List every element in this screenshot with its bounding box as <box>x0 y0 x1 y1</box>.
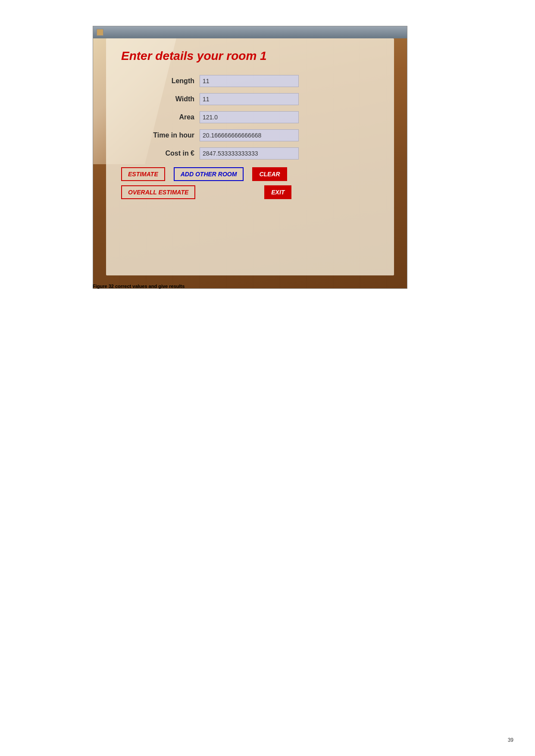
clear-button[interactable]: CLEAR <box>252 167 287 181</box>
cost-label: Cost in € <box>121 150 194 157</box>
area-input[interactable] <box>200 111 299 123</box>
length-label: Length <box>121 77 194 85</box>
page-number: 39 <box>508 737 513 743</box>
cost-input[interactable] <box>200 147 299 159</box>
length-row: Length <box>121 75 379 87</box>
screenshot-container: Enter details your room 1 Length Width A… <box>93 26 407 289</box>
app-title: Enter details your room 1 <box>121 49 379 63</box>
time-label: Time in hour <box>121 131 194 139</box>
buttons-row-2: OVERALL ESTIMATE EXIT <box>121 185 379 199</box>
area-row: Area <box>121 111 379 123</box>
figure-caption: Figure 32 correct values and give result… <box>93 284 442 289</box>
time-input[interactable] <box>200 129 299 141</box>
width-row: Width <box>121 93 379 105</box>
titlebar <box>93 26 407 38</box>
titlebar-icon <box>97 29 103 36</box>
app-panel: Enter details your room 1 Length Width A… <box>106 38 394 275</box>
width-label: Width <box>121 95 194 103</box>
estimate-button[interactable]: ESTIMATE <box>121 167 165 181</box>
overall-estimate-button[interactable]: OVERALL ESTIMATE <box>121 185 195 199</box>
exit-button[interactable]: EXIT <box>264 185 291 199</box>
buttons-row-1: ESTIMATE ADD OTHER ROOM CLEAR <box>121 167 379 181</box>
time-row: Time in hour <box>121 129 379 141</box>
length-input[interactable] <box>200 75 299 87</box>
form-section: Length Width Area Time in hour <box>121 75 379 159</box>
width-input[interactable] <box>200 93 299 105</box>
page-wrapper: Enter details your room 1 Length Width A… <box>0 0 535 756</box>
area-label: Area <box>121 113 194 121</box>
cost-row: Cost in € <box>121 147 379 159</box>
add-other-room-button[interactable]: ADD OTHER ROOM <box>174 167 244 181</box>
